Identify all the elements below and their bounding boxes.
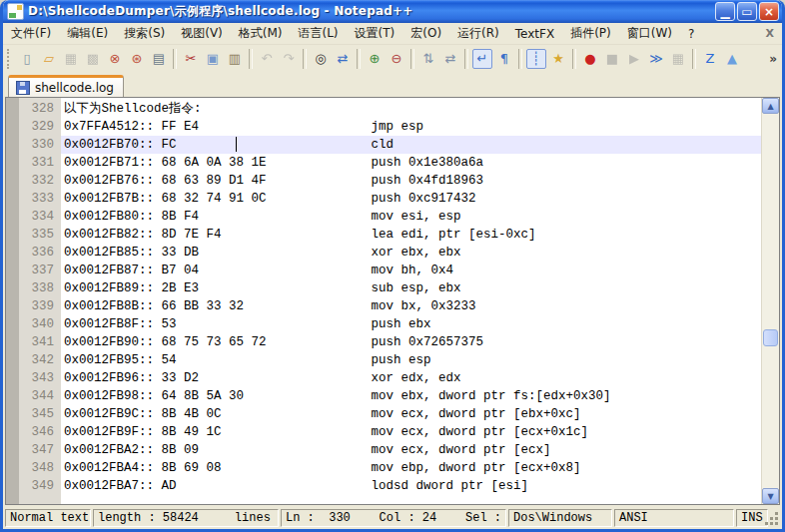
word-wrap-icon[interactable]: ↵ [472,49,492,69]
close-all-icon[interactable]: ⊛ [127,49,147,69]
minimize-button[interactable]: ▁ [715,2,735,21]
cut-icon[interactable]: ✂ [181,49,201,69]
paste-icon[interactable]: ▥ [225,49,245,69]
menu-item[interactable]: TextFX [507,25,562,43]
editor-line[interactable]: 3450x0012FB9C:: 8B 4B 0C mov ecx, dword … [6,405,762,423]
vertical-scrollbar[interactable]: ▲ ▼ [761,98,779,504]
editor-line[interactable]: 3340x0012FB80:: 8B F4 mov esi, esp [6,208,762,226]
user-define-dialog-icon[interactable]: ★ [548,49,568,69]
tab-shellcode-log[interactable]: shellcode.log [8,75,124,97]
new-file-icon[interactable]: ▯ [17,49,37,69]
menu-item[interactable]: 运行(R) [449,23,507,44]
toolbar-grip[interactable] [7,49,12,69]
editor-line[interactable]: 3390x0012FB8B:: 66 BB 33 32 mov bx, 0x32… [6,297,762,315]
line-text: 0x0012FB98:: 64 8B 5A 30 mov ebx, dword … [61,387,762,405]
editor-line[interactable]: 3320x0012FB76:: 68 63 89 D1 4F push 0x4f… [6,172,762,190]
toolbar-separator [464,49,468,69]
editor-line[interactable]: 3290x7FFA4512:: FF E4 jmp esp [6,118,762,136]
zoom-out-icon[interactable]: ⊖ [387,49,406,69]
status-length-lines: length : 58424 lines : 633 [93,509,279,527]
editor-line[interactable]: 3440x0012FB98:: 64 8B 5A 30 mov ebx, dwo… [6,387,762,405]
save-all-icon[interactable]: ▩ [83,49,103,69]
line-number: 335 [6,226,61,244]
scrollbar-thumb[interactable] [763,329,778,346]
redo-icon[interactable]: ↷ [279,49,299,69]
find-icon[interactable]: ◎ [311,49,331,69]
editor-pane[interactable]: 328以下为Shellcode指令:3290x7FFA4512:: FF E4 … [5,97,780,505]
indent-guide-icon[interactable]: ┊ [526,49,546,69]
menu-item[interactable]: 文件(F) [3,23,59,44]
editor-line[interactable]: 3410x0012FB90:: 68 75 73 65 72 push 0x72… [6,333,762,351]
editor-line[interactable]: 3480x0012FBA4:: 8B 69 08 mov ebp, dword … [6,459,762,477]
menu-item[interactable]: 格式(M) [231,23,291,44]
line-number: 330 [6,136,61,154]
close-file-icon[interactable]: ⊗ [105,49,125,69]
menu-item[interactable]: 宏(O) [402,23,449,44]
macro-run-multiple-icon[interactable]: ≫ [646,49,666,69]
editor-line[interactable]: 3350x0012FB82:: 8D 7E F4 lea edi, ptr [e… [6,226,762,244]
line-number: 328 [6,100,61,118]
status-cursor-position: Ln : 330 Col : 24 Sel : 0 [281,509,506,527]
line-text: 0x0012FB95:: 54 push esp [61,351,762,369]
editor-line[interactable]: 3460x0012FB9F:: 8B 49 1C mov ecx, dword … [6,423,762,441]
editor-line[interactable]: 3330x0012FB7B:: 68 32 74 91 0C push 0xc9… [6,190,762,208]
line-text: 0x0012FBA2:: 8B 09 mov ecx, dword ptr [e… [61,441,762,459]
save-icon[interactable]: ▦ [61,49,81,69]
scroll-down-arrow-icon[interactable]: ▼ [762,488,779,504]
menu-item[interactable]: ? [680,25,702,43]
sync-horizontal-icon[interactable]: ⇄ [440,49,460,69]
line-text: 0x0012FB85:: 33 DB xor ebx, ebx [61,244,762,262]
close-button[interactable]: × [759,2,779,21]
maximize-button[interactable]: ▭ [737,2,757,21]
line-number: 339 [6,297,61,315]
editor-line[interactable]: 3380x0012FB89:: 2B E3 sub esp, ebx [6,279,762,297]
status-encoding: ANSI [614,509,734,527]
macro-play-icon[interactable]: ▶ [624,49,644,69]
menu-item[interactable]: 编辑(E) [59,23,116,44]
close-document-x[interactable]: X [758,27,782,40]
editor-lines[interactable]: 328以下为Shellcode指令:3290x7FFA4512:: FF E4 … [6,98,762,504]
undo-icon[interactable]: ↶ [257,49,277,69]
show-all-chars-icon[interactable]: ¶ [494,49,514,69]
sync-vertical-icon[interactable]: ⇅ [418,49,438,69]
replace-icon[interactable]: ⇄ [333,49,353,69]
textfx-icon[interactable]: Z [700,49,720,69]
tab-label: shellcode.log [35,81,114,95]
macro-record-icon[interactable]: ● [580,49,600,69]
menu-item[interactable]: 视图(V) [173,23,231,44]
line-text: 0x0012FB8F:: 53 push ebx [61,315,762,333]
macro-save-icon[interactable]: ▦ [668,49,688,69]
zoom-in-icon[interactable]: ⊕ [365,49,385,69]
resize-grip[interactable] [770,509,780,527]
open-folder-icon[interactable]: ▱ [39,49,59,69]
toolbar-separator [518,49,522,69]
editor-line[interactable]: 3370x0012FB87:: B7 04 mov bh, 0x4 [6,262,762,279]
line-text: 0x0012FB96:: 33 D2 xor edx, edx [61,369,762,387]
title-bar[interactable]: D:\ShellcodeDumper\示例程序\shellcode.log - … [3,0,782,23]
line-text: 0x0012FB71:: 68 6A 0A 38 1E push 0x1e380… [61,154,762,172]
macro-stop-icon[interactable]: ■ [602,49,622,69]
line-text: 0x0012FB82:: 8D 7E F4 lea edi, ptr [esi-… [61,226,762,244]
collapse-icon[interactable]: ▲ [722,49,742,69]
scroll-up-arrow-icon[interactable]: ▲ [762,98,779,114]
menu-item[interactable]: 搜索(S) [116,23,173,44]
editor-line[interactable]: 3310x0012FB71:: 68 6A 0A 38 1E push 0x1e… [6,154,762,172]
toolbar-overflow-chevron[interactable]: » [764,52,782,66]
copy-icon[interactable]: ▣ [203,49,223,69]
editor-line[interactable]: 3430x0012FB96:: 33 D2 xor edx, edx [6,369,762,387]
print-icon[interactable]: ▤ [149,49,169,69]
editor-line[interactable]: 3300x0012FB70:: FC cld [6,136,762,154]
menu-item[interactable]: 插件(P) [562,23,619,44]
editor-line[interactable]: 3470x0012FBA2:: 8B 09 mov ecx, dword ptr… [6,441,762,459]
line-number: 345 [6,405,61,423]
editor-line[interactable]: 3400x0012FB8F:: 53 push ebx [6,315,762,333]
editor-line[interactable]: 3490x0012FBA7:: AD lodsd dword ptr [esi] [6,477,762,495]
line-number: 344 [6,387,61,405]
menu-item[interactable]: 语言(L) [291,23,347,44]
menu-item[interactable]: 设置(T) [347,23,403,44]
editor-line[interactable]: 3360x0012FB85:: 33 DB xor ebx, ebx [6,244,762,262]
menu-item[interactable]: 窗口(W) [619,23,680,44]
editor-line[interactable]: 328以下为Shellcode指令: [6,100,762,118]
editor-line[interactable]: 3420x0012FB95:: 54 push esp [6,351,762,369]
line-text: 0x0012FB80:: 8B F4 mov esi, esp [61,208,762,226]
